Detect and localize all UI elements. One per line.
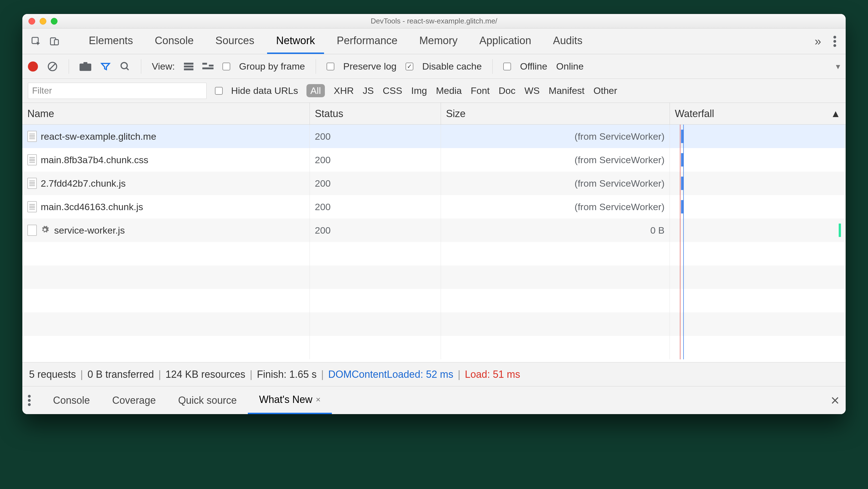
disable-cache-label: Disable cache: [422, 61, 482, 72]
search-icon[interactable]: [120, 61, 130, 72]
request-name: react-sw-example.glitch.me: [41, 131, 156, 142]
summary-domcontentloaded: DOMContentLoaded: 52 ms: [328, 369, 453, 380]
col-status-label: Status: [315, 108, 343, 120]
inspect-icon[interactable]: [31, 36, 41, 47]
drawer-tab-what-s-new[interactable]: What's New×: [248, 386, 332, 414]
summary-transferred: 0 B transferred: [87, 369, 154, 380]
hide-data-urls-checkbox[interactable]: [215, 87, 223, 95]
filter-type-doc[interactable]: Doc: [499, 85, 516, 96]
overview-icon[interactable]: [203, 63, 214, 70]
file-icon: [27, 178, 37, 189]
svg-rect-8: [80, 63, 91, 71]
table-row[interactable]: react-sw-example.glitch.me200(from Servi…: [22, 125, 846, 148]
drawer-tab-coverage[interactable]: Coverage: [101, 386, 167, 414]
status-value: 200: [315, 154, 331, 166]
filter-bar: Hide data URLs AllXHRJSCSSImgMediaFontDo…: [22, 79, 846, 103]
table-row[interactable]: main.8fb3a7b4.chunk.css200(from ServiceW…: [22, 148, 846, 172]
summary-requests: 5 requests: [29, 369, 76, 380]
filter-type-ws[interactable]: WS: [524, 85, 540, 96]
drawer-tab-console[interactable]: Console: [42, 386, 101, 414]
size-value: 0 B: [650, 225, 664, 236]
tab-sources[interactable]: Sources: [207, 29, 263, 54]
table-row[interactable]: 2.7fdd42b7.chunk.js200(from ServiceWorke…: [22, 172, 846, 195]
group-by-frame-label: Group by frame: [239, 61, 305, 72]
file-icon: [27, 201, 37, 212]
cell-status: 200: [310, 195, 441, 219]
table-row-empty: [22, 265, 846, 289]
network-toolbar: View: Group by frame Preserve log Disabl…: [22, 54, 846, 79]
table-row[interactable]: main.3cd46163.chunk.js200(from ServiceWo…: [22, 195, 846, 219]
filter-input[interactable]: [28, 83, 207, 99]
filter-toggle-icon[interactable]: [100, 61, 111, 72]
filter-type-xhr[interactable]: XHR: [334, 85, 354, 96]
more-tabs-icon[interactable]: »: [815, 35, 821, 48]
table-row[interactable]: service-worker.js2000 B: [22, 219, 846, 242]
throttling-chevron-icon[interactable]: ▾: [836, 61, 840, 71]
drawer-close-icon[interactable]: [830, 386, 840, 414]
cell-waterfall: [670, 219, 846, 242]
window-titlebar: DevTools - react-sw-example.glitch.me/: [22, 14, 846, 29]
group-by-frame-checkbox[interactable]: [222, 63, 230, 70]
svg-rect-17: [209, 64, 214, 66]
devtools-window: DevTools - react-sw-example.glitch.me/ E…: [22, 14, 846, 414]
drawer-tab-quick-source[interactable]: Quick source: [167, 386, 248, 414]
window-title: DevTools - react-sw-example.glitch.me/: [22, 17, 846, 25]
capture-screenshot-icon[interactable]: [80, 62, 91, 71]
offline-checkbox[interactable]: [503, 63, 511, 70]
tab-network[interactable]: Network: [267, 29, 324, 54]
kebab-menu-icon[interactable]: [833, 36, 836, 47]
filter-type-media[interactable]: Media: [436, 85, 462, 96]
col-status[interactable]: Status: [310, 103, 441, 124]
filter-type-manifest[interactable]: Manifest: [549, 85, 585, 96]
cell-size: 0 B: [441, 219, 670, 242]
svg-rect-16: [203, 63, 207, 64]
large-rows-icon[interactable]: [184, 63, 193, 70]
device-toolbar-icon[interactable]: [49, 36, 60, 47]
throttling-select[interactable]: Online: [556, 61, 584, 72]
tab-console[interactable]: Console: [146, 29, 203, 54]
record-button[interactable]: [28, 61, 38, 71]
status-value: 200: [315, 178, 331, 189]
col-size[interactable]: Size: [441, 103, 670, 124]
close-tab-icon[interactable]: ×: [316, 395, 321, 404]
svg-rect-14: [184, 68, 193, 70]
filter-type-other[interactable]: Other: [593, 85, 617, 96]
summary-load: Load: 51 ms: [465, 369, 520, 380]
drawer-menu-icon[interactable]: [28, 395, 31, 406]
col-waterfall[interactable]: Waterfall ▲: [670, 103, 846, 124]
col-waterfall-label: Waterfall: [675, 108, 714, 120]
size-value: (from ServiceWorker): [575, 178, 664, 189]
tab-audits[interactable]: Audits: [544, 29, 591, 54]
tab-memory[interactable]: Memory: [410, 29, 466, 54]
tab-application[interactable]: Application: [470, 29, 540, 54]
cell-size: (from ServiceWorker): [441, 125, 670, 148]
filter-type-all[interactable]: All: [306, 84, 325, 97]
preserve-log-checkbox[interactable]: [327, 63, 334, 70]
tab-elements[interactable]: Elements: [80, 29, 142, 54]
filter-type-font[interactable]: Font: [471, 85, 490, 96]
clear-icon[interactable]: [47, 61, 58, 72]
svg-rect-2: [55, 39, 58, 45]
table-body: react-sw-example.glitch.me200(from Servi…: [22, 125, 846, 362]
request-name: main.8fb3a7b4.chunk.css: [41, 154, 149, 166]
disable-cache-checkbox[interactable]: [406, 63, 413, 70]
svg-rect-9: [84, 62, 87, 64]
filter-type-js[interactable]: JS: [363, 85, 374, 96]
table-row-empty: [22, 312, 846, 336]
sort-ascending-icon: ▲: [831, 108, 841, 120]
table-row-empty: [22, 289, 846, 312]
request-name: 2.7fdd42b7.chunk.js: [41, 178, 126, 189]
cell-size: (from ServiceWorker): [441, 148, 670, 172]
filter-type-img[interactable]: Img: [411, 85, 427, 96]
cell-status: 200: [310, 125, 441, 148]
col-name[interactable]: Name: [22, 103, 310, 124]
tab-performance[interactable]: Performance: [328, 29, 407, 54]
svg-line-11: [126, 68, 129, 70]
cell-waterfall: [670, 125, 846, 148]
svg-point-3: [833, 36, 836, 38]
size-value: (from ServiceWorker): [575, 201, 664, 212]
network-table: Name Status Size Waterfall ▲ react-sw-ex…: [22, 103, 846, 362]
filter-type-css[interactable]: CSS: [383, 85, 402, 96]
drawer: ConsoleCoverageQuick sourceWhat's New×: [22, 386, 846, 414]
cell-waterfall: [670, 148, 846, 172]
